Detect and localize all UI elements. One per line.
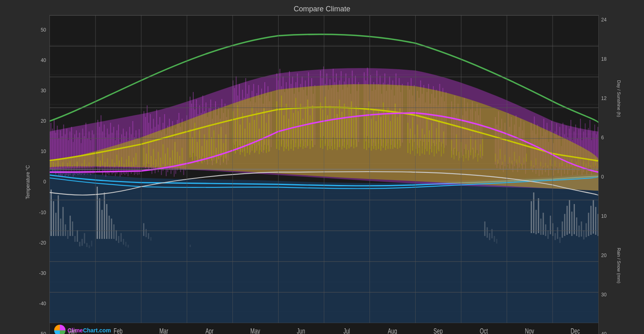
svg-rect-427 — [129, 156, 129, 166]
svg-rect-472 — [252, 107, 253, 151]
svg-rect-586 — [564, 166, 565, 168]
svg-rect-492 — [305, 107, 306, 148]
svg-rect-12 — [60, 219, 61, 236]
svg-rect-104 — [89, 132, 89, 174]
svg-rect-500 — [329, 105, 330, 149]
svg-rect-69 — [574, 204, 575, 234]
svg-rect-574 — [536, 158, 536, 165]
svg-rect-416 — [102, 153, 103, 165]
chart-title: Compare Climate — [0, 0, 644, 15]
svg-rect-64 — [562, 221, 563, 238]
svg-rect-553 — [473, 148, 473, 160]
svg-rect-75 — [588, 213, 589, 236]
svg-rect-551 — [468, 150, 469, 161]
svg-text:Oct: Oct — [480, 327, 488, 334]
svg-rect-408 — [79, 166, 80, 168]
svg-rect-520 — [383, 102, 384, 148]
svg-rect-564 — [509, 157, 510, 163]
svg-rect-439 — [163, 144, 163, 164]
svg-rect-584 — [560, 163, 560, 167]
svg-rect-30 — [106, 204, 108, 239]
svg-rect-409 — [82, 164, 82, 168]
svg-rect-33 — [113, 224, 114, 239]
svg-rect-508 — [348, 108, 349, 148]
svg-rect-558 — [495, 153, 496, 162]
svg-rect-536 — [427, 119, 427, 151]
y-axis-right: 24 18 12 6 0 10 20 30 40 — [599, 15, 616, 334]
svg-rect-449 — [192, 137, 193, 160]
svg-rect-100 — [82, 129, 83, 174]
svg-rect-488 — [296, 98, 296, 147]
svg-text:Feb: Feb — [114, 327, 122, 334]
svg-rect-540 — [436, 128, 437, 153]
svg-rect-532 — [417, 125, 418, 154]
svg-rect-422 — [116, 155, 117, 165]
svg-rect-62 — [557, 227, 558, 239]
svg-rect-415 — [100, 160, 101, 167]
svg-rect-501 — [332, 119, 333, 150]
main-container: Compare Climate Temperature °C 50 40 30 … — [0, 0, 644, 334]
svg-rect-87 — [62, 136, 63, 177]
svg-rect-445 — [177, 152, 178, 165]
svg-rect-576 — [540, 162, 541, 166]
svg-rect-57 — [545, 224, 546, 236]
svg-rect-572 — [531, 160, 532, 166]
svg-rect-410 — [84, 160, 85, 168]
svg-rect-523 — [390, 121, 391, 149]
svg-rect-92 — [70, 132, 70, 175]
svg-rect-71 — [579, 226, 580, 237]
svg-rect-515 — [371, 119, 372, 151]
svg-rect-487 — [293, 113, 294, 151]
svg-rect-429 — [133, 157, 134, 166]
svg-rect-538 — [431, 123, 432, 152]
svg-rect-68 — [571, 212, 572, 236]
svg-rect-405 — [72, 165, 73, 168]
svg-rect-533 — [420, 138, 420, 156]
svg-rect-447 — [182, 148, 182, 165]
svg-rect-475 — [259, 129, 260, 154]
svg-rect-491 — [302, 119, 303, 149]
svg-rect-423 — [119, 160, 120, 167]
svg-rect-470 — [247, 117, 248, 153]
svg-rect-517 — [376, 121, 376, 150]
svg-rect-516 — [373, 109, 374, 149]
svg-rect-42 — [148, 233, 149, 239]
svg-rect-483 — [283, 115, 284, 151]
svg-text:Apr: Apr — [205, 327, 213, 334]
svg-rect-465 — [235, 119, 236, 153]
svg-rect-504 — [339, 100, 340, 147]
svg-rect-400 — [60, 165, 61, 168]
svg-rect-22 — [84, 233, 85, 244]
svg-rect-530 — [412, 117, 413, 151]
svg-rect-59 — [550, 216, 551, 234]
svg-rect-594 — [583, 160, 584, 166]
svg-rect-446 — [179, 156, 180, 166]
y-axis-right-top-label: Day / Sunshine (h) — [616, 15, 622, 182]
svg-text:Nov: Nov — [525, 327, 534, 334]
svg-rect-561 — [502, 162, 503, 164]
svg-rect-414 — [97, 157, 98, 166]
svg-rect-495 — [312, 105, 313, 147]
svg-rect-521 — [385, 114, 386, 150]
svg-rect-451 — [197, 142, 198, 162]
svg-rect-567 — [516, 160, 517, 165]
svg-rect-514 — [369, 101, 370, 148]
svg-rect-96 — [76, 130, 77, 174]
svg-rect-56 — [543, 213, 544, 235]
svg-rect-19 — [77, 230, 78, 242]
svg-rect-15 — [67, 230, 68, 239]
svg-rect-539 — [434, 140, 435, 156]
svg-rect-66 — [566, 206, 568, 235]
svg-rect-21 — [82, 239, 83, 246]
svg-rect-529 — [410, 129, 411, 154]
chart-svg: Jan Feb Mar Apr May Jun Jul Aug Sep Oct … — [50, 15, 598, 334]
svg-rect-452 — [199, 130, 200, 158]
svg-rect-79 — [598, 214, 598, 236]
chart-area: Temperature °C 50 40 30 20 10 0 -10 -20 … — [0, 15, 644, 334]
svg-rect-484 — [286, 104, 287, 149]
svg-rect-507 — [346, 119, 347, 149]
svg-text:Sep: Sep — [433, 327, 443, 334]
svg-rect-481 — [279, 109, 279, 150]
svg-rect-58 — [547, 230, 549, 239]
svg-rect-595 — [586, 164, 587, 168]
